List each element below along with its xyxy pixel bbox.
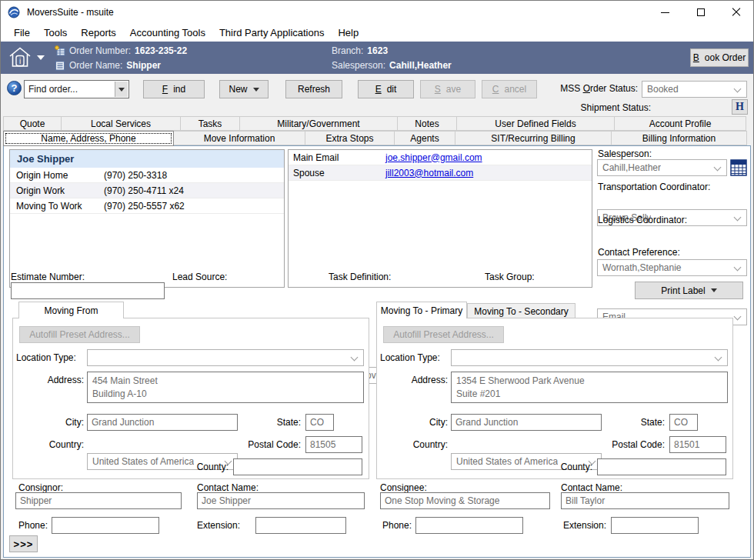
city-input[interactable] — [87, 414, 238, 431]
phone-number: (970) 250-4711 x24 — [104, 185, 184, 196]
tab-tasks[interactable]: Tasks — [180, 116, 240, 131]
shipment-history-button[interactable]: H — [732, 99, 748, 115]
country-label: Country: — [15, 439, 84, 450]
consignee-phone-input[interactable] — [415, 517, 523, 534]
chevron-down-icon — [734, 313, 742, 321]
cancel-button[interactable]: Cancel — [482, 80, 537, 98]
book-order-button[interactable]: Book Order — [690, 48, 749, 67]
consignor-phone-input[interactable] — [52, 517, 159, 534]
save-button[interactable]: Save — [420, 80, 475, 98]
tab-extra-stops[interactable]: Extra Stops — [305, 131, 395, 145]
find-order-combobox[interactable]: Find order... — [24, 80, 129, 98]
tab-moving-to-primary[interactable]: Moving To - Primary — [376, 302, 467, 318]
minimize-button[interactable] — [648, 1, 682, 24]
order-name-value: Shipper — [126, 60, 161, 71]
consignor-input[interactable] — [15, 492, 182, 509]
help-icon[interactable]: ? — [7, 81, 22, 95]
city-input[interactable] — [451, 414, 602, 431]
phone-row[interactable]: Origin Home (970) 250-3318 — [10, 168, 284, 183]
find-order-dropdown-button[interactable] — [115, 82, 128, 97]
transportation-coordinator-label: Transportation Coordinator: — [598, 182, 710, 192]
mss-order-status-select[interactable]: Booked — [642, 81, 747, 98]
city-label: City: — [15, 417, 84, 428]
home-info-icon[interactable]: i — [8, 46, 32, 68]
tab-moving-from[interactable]: Moving From — [18, 302, 124, 318]
address-line1: 1354 E Sherwood Park Avenue — [456, 375, 722, 388]
tab-move-information[interactable]: Move Information — [173, 131, 305, 145]
shipment-status-label: Shipment Status: — [543, 102, 651, 113]
tab-account-profile[interactable]: Account Profile — [614, 116, 746, 131]
tab-agents[interactable]: Agents — [394, 131, 455, 145]
state-input[interactable] — [669, 414, 698, 431]
postal-code-input[interactable] — [305, 436, 362, 453]
print-label-button[interactable]: Print Label — [635, 282, 743, 299]
email-link[interactable]: jill2003@hotmail.com — [385, 168, 473, 178]
edit-button[interactable]: Edit — [358, 80, 414, 98]
email-row[interactable]: Spouse jill2003@hotmail.com — [289, 165, 592, 181]
tab-name-address-phone[interactable]: Name, Address, Phone — [3, 131, 174, 146]
menu-third-party-applications[interactable]: Third Party Applications — [212, 24, 332, 42]
branch-label: Branch: — [332, 45, 363, 56]
consignee-extension-input[interactable] — [611, 517, 699, 534]
postal-code-input[interactable] — [669, 436, 726, 453]
consignor-contact-name-input[interactable] — [197, 492, 365, 509]
tab-quote[interactable]: Quote — [3, 116, 62, 131]
consignee-input[interactable] — [380, 492, 550, 509]
contact-phone-panel: Joe Shipper Origin Home (970) 250-3318 O… — [9, 149, 285, 288]
consignor-contact-name-label: Contact Name: — [197, 482, 259, 493]
order-name-label: Order Name: — [69, 60, 122, 71]
consignor-extension-input[interactable] — [255, 517, 346, 534]
menu-file[interactable]: File — [7, 24, 37, 42]
contact-preference-label: Contact Preference: — [598, 247, 680, 258]
phone-number: (970) 250-5557 x62 — [104, 201, 185, 212]
close-button[interactable] — [719, 1, 753, 24]
autofill-preset-address-button[interactable]: Autofill Preset Address... — [383, 326, 504, 343]
postal-code-label: Postal Code: — [241, 439, 301, 450]
location-type-select[interactable] — [451, 349, 728, 366]
consignee-contact-name-input[interactable] — [561, 492, 729, 509]
tab-notes[interactable]: Notes — [397, 116, 457, 131]
consignor-phone-label: Phone: — [18, 520, 48, 531]
address-line1: 454 Main Street — [92, 375, 359, 388]
tab-sit-recurring-billing[interactable]: SIT/Recurring Billing — [455, 131, 612, 145]
address-label: Address: — [379, 375, 448, 385]
expand-more-button[interactable]: >>> — [9, 535, 38, 552]
new-button[interactable]: New — [219, 80, 269, 98]
county-input[interactable] — [597, 458, 726, 475]
maximize-button[interactable] — [683, 1, 718, 24]
address-textarea[interactable]: 454 Main Street Building A-10 — [87, 372, 364, 403]
autofill-preset-address-button[interactable]: Autofill Preset Address... — [19, 326, 140, 343]
salesperson-select[interactable]: Cahill,Heather — [597, 159, 727, 176]
find-button[interactable]: Find — [143, 80, 205, 98]
salesperson-schedule-icon[interactable] — [730, 159, 747, 176]
county-input[interactable] — [233, 458, 362, 475]
email-link[interactable]: joe.shipper@gmail.com — [385, 152, 482, 163]
state-input[interactable] — [305, 414, 334, 431]
tab-user-defined-fields[interactable]: User Defined Fields — [456, 116, 615, 131]
tab-billing-information[interactable]: Billing Information — [611, 131, 747, 145]
tab-local-services[interactable]: Local Services — [61, 116, 181, 131]
estimate-number-input[interactable] — [11, 282, 165, 299]
phone-row[interactable]: Origin Work (970) 250-4711 x24 — [10, 183, 284, 198]
logistics-coordinator-select[interactable]: Wornath,Stephanie — [597, 259, 747, 276]
mss-order-status-label: MSS Order Status: — [532, 83, 638, 94]
logistics-coordinator-label: Logistics Coordinator: — [598, 215, 687, 225]
refresh-button[interactable]: Refresh — [285, 80, 342, 98]
location-type-select[interactable] — [87, 349, 364, 366]
phone-row[interactable]: Moving To Work (970) 250-5557 x62 — [10, 198, 284, 214]
home-dropdown-icon[interactable] — [37, 55, 45, 60]
tab-military-government[interactable]: Military/Government — [239, 116, 398, 131]
address-textarea[interactable]: 1354 E Sherwood Park Avenue Suite #201 — [451, 372, 728, 403]
email-row[interactable]: Main Email joe.shipper@gmail.com — [289, 150, 592, 165]
tab-moving-to-secondary[interactable]: Moving To - Secondary — [467, 303, 576, 318]
menu-tools[interactable]: Tools — [37, 24, 74, 42]
address-line2: Building A-10 — [92, 388, 359, 401]
email-type: Main Email — [289, 152, 385, 163]
phone-type: Moving To Work — [10, 201, 104, 212]
consignee-label: Consignee: — [380, 482, 427, 493]
chevron-down-icon — [734, 264, 742, 272]
menu-help[interactable]: Help — [331, 24, 365, 42]
menu-reports[interactable]: Reports — [74, 24, 123, 42]
menu-accounting-tools[interactable]: Accounting Tools — [123, 24, 212, 42]
city-label: City: — [379, 417, 448, 428]
